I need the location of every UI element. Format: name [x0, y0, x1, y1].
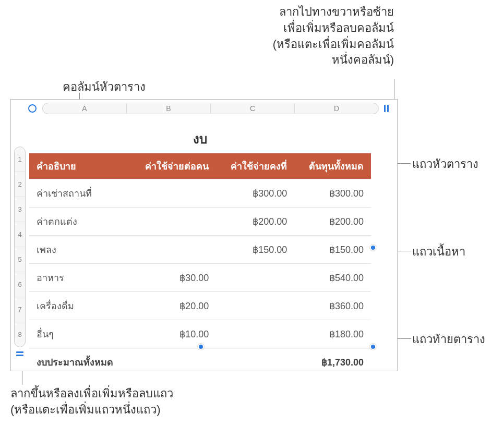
selection-dot[interactable]	[198, 344, 204, 350]
cell[interactable]: ฿200.00	[294, 208, 371, 236]
col-letter[interactable]: A	[43, 103, 127, 114]
row-number[interactable]: 5	[15, 247, 25, 272]
circle-icon	[28, 104, 37, 113]
budget-table[interactable]: คำอธิบาย ค่าใช้จ่ายต่อคน ค่าใช้จ่ายคงที่…	[29, 153, 371, 376]
header-cell[interactable]: ค่าใช้จ่ายต่อคน	[130, 153, 216, 179]
header-cell[interactable]: ต้นทุนทั้งหมด	[294, 153, 371, 179]
callout-header-column: คอลัมน์หัวตาราง	[63, 79, 146, 95]
add-row-handle[interactable]	[14, 348, 26, 359]
header-cell[interactable]: ค่าใช้จ่ายคงที่	[216, 153, 294, 179]
table-row[interactable]: เครื่องดื่ม ฿20.00 ฿360.00	[29, 292, 371, 320]
callout-footer-row: แถวท้ายตาราง	[412, 332, 485, 348]
cell[interactable]: ฿10.00	[130, 320, 216, 348]
cell[interactable]: ฿300.00	[294, 179, 371, 208]
table-title[interactable]: งบ	[29, 119, 371, 153]
cell[interactable]: อาหาร	[29, 264, 130, 292]
cell[interactable]: ฿150.00	[294, 236, 371, 264]
rows-icon	[16, 351, 23, 356]
row-number[interactable]: 8	[15, 322, 25, 347]
cell[interactable]: ฿200.00	[216, 208, 294, 236]
cell[interactable]: ค่าเช่าสถานที่	[29, 179, 130, 208]
cell[interactable]	[130, 236, 216, 264]
table-frame: A B C D 1 2 3 4 5 6 7 8 งบ คำอธิบาย ค่าใ…	[10, 99, 398, 371]
cell[interactable]	[130, 348, 216, 376]
selection-dot[interactable]	[370, 245, 376, 251]
row-number[interactable]: 6	[15, 272, 25, 297]
cell[interactable]: เพลง	[29, 236, 130, 264]
header-row[interactable]: คำอธิบาย ค่าใช้จ่ายต่อคน ค่าใช้จ่ายคงที่…	[29, 153, 371, 179]
cell[interactable]: ฿300.00	[216, 179, 294, 208]
table-content: งบ คำอธิบาย ค่าใช้จ่ายต่อคน ค่าใช้จ่ายคง…	[29, 119, 371, 345]
cell[interactable]: เครื่องดื่ม	[29, 292, 130, 320]
cell[interactable]	[216, 348, 294, 376]
cell[interactable]: ฿360.00	[294, 292, 371, 320]
table-row[interactable]: อาหาร ฿30.00 ฿540.00	[29, 264, 371, 292]
callout-body-rows: แถวเนื้อหา	[412, 244, 465, 260]
cell[interactable]: งบประมาณทั้งหมด	[29, 348, 130, 376]
cell[interactable]: ค่าตกแต่ง	[29, 208, 130, 236]
columns-icon	[384, 105, 389, 112]
cell[interactable]	[216, 264, 294, 292]
row-number[interactable]: 4	[15, 222, 25, 247]
selection-dot[interactable]	[370, 344, 376, 350]
callout-drag-columns: ลากไปทางขวาหรือซ้าย เพื่อเพิ่มหรือลบคอลั…	[227, 4, 394, 68]
cell[interactable]: ฿1,730.00	[294, 348, 371, 376]
table-select-handle[interactable]	[27, 103, 38, 114]
add-column-handle[interactable]	[380, 103, 392, 114]
callout-drag-rows: ลากขึ้นหรือลงเพื่อเพิ่มหรือลบแถว (หรือแต…	[10, 386, 173, 418]
row-number-bar[interactable]: 1 2 3 4 5 6 7 8	[14, 147, 26, 347]
cell[interactable]: ฿150.00	[216, 236, 294, 264]
footer-row[interactable]: งบประมาณทั้งหมด ฿1,730.00	[29, 348, 371, 376]
table-row[interactable]: ค่าตกแต่ง ฿200.00 ฿200.00	[29, 208, 371, 236]
cell[interactable]: อื่นๆ	[29, 320, 130, 348]
cell[interactable]: ฿20.00	[130, 292, 216, 320]
cell[interactable]	[216, 320, 294, 348]
row-number[interactable]: 1	[15, 147, 25, 172]
row-number[interactable]: 2	[15, 172, 25, 197]
cell[interactable]	[130, 208, 216, 236]
row-number[interactable]: 7	[15, 297, 25, 322]
col-letter[interactable]: B	[127, 103, 211, 114]
cell[interactable]: ฿30.00	[130, 264, 216, 292]
col-letter[interactable]: D	[295, 103, 378, 114]
cell[interactable]: ฿540.00	[294, 264, 371, 292]
callout-header-row: แถวหัวตาราง	[412, 156, 478, 173]
callout-line	[394, 79, 394, 100]
header-cell[interactable]: คำอธิบาย	[29, 153, 130, 179]
col-letter[interactable]: C	[211, 103, 295, 114]
table-row[interactable]: เพลง ฿150.00 ฿150.00	[29, 236, 371, 264]
cell[interactable]	[130, 179, 216, 208]
row-number[interactable]: 3	[15, 197, 25, 222]
column-letter-bar[interactable]: A B C D	[42, 103, 379, 114]
cell[interactable]	[216, 292, 294, 320]
table-row[interactable]: ค่าเช่าสถานที่ ฿300.00 ฿300.00	[29, 179, 371, 208]
cell[interactable]: ฿180.00	[294, 320, 371, 348]
